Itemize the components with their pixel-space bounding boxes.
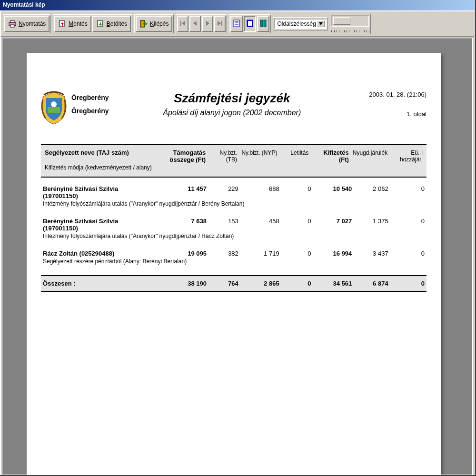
svg-marker-10 bbox=[182, 21, 185, 26]
svg-rect-14 bbox=[221, 21, 222, 26]
row-subline: Intézmény folyószámlájára utalás ("Arany… bbox=[41, 233, 426, 242]
title-block: Számfejtési jegyzék Ápolási díj alanyi j… bbox=[109, 91, 355, 117]
slider-thumb[interactable] bbox=[333, 17, 350, 25]
row-tb: 153 bbox=[208, 217, 240, 226]
col-letiltas: Letiltás bbox=[279, 149, 311, 157]
view-single-icon bbox=[233, 20, 240, 29]
load-button[interactable]: Betöltés bbox=[92, 16, 131, 32]
svg-rect-9 bbox=[180, 21, 181, 26]
totals-kif: 34 561 bbox=[313, 279, 354, 288]
table-header: Segélyezett neve (TAJ szám) Támogatás ös… bbox=[41, 144, 426, 178]
row-let: 0 bbox=[281, 217, 313, 226]
report-page-number: 1. oldal bbox=[355, 110, 426, 118]
view-single-button[interactable] bbox=[230, 16, 243, 32]
svg-rect-24 bbox=[48, 107, 60, 113]
row-eu: 0 bbox=[390, 184, 426, 193]
row-tam: 7 638 bbox=[154, 217, 208, 226]
view-pagewidth-icon bbox=[247, 20, 253, 29]
row-name: Berényiné Szilvási Szilvia (197001150) bbox=[41, 217, 154, 233]
col-tamogatas: Támogatás összege (Ft) bbox=[154, 148, 208, 164]
last-page-button[interactable] bbox=[214, 16, 226, 32]
crest-icon bbox=[41, 91, 67, 125]
save-label: Mentés bbox=[69, 20, 87, 27]
print-label: Nyomtatás bbox=[19, 20, 46, 27]
last-page-icon bbox=[217, 20, 223, 28]
svg-point-25 bbox=[51, 101, 57, 107]
dropdown-icon bbox=[317, 20, 325, 27]
col-nyj: Nyugd.járulék bbox=[351, 149, 389, 157]
row-nyp: 688 bbox=[240, 184, 281, 193]
report-subtitle: Ápolási díj alanyi jogon (2002 december) bbox=[109, 109, 355, 117]
totals-nyp: 2 865 bbox=[240, 279, 281, 288]
zoom-slider[interactable] bbox=[331, 15, 369, 27]
print-button[interactable]: Nyomtatás bbox=[4, 16, 50, 32]
col-name-sub: Kifizetés módja (kedvezményezett / alany… bbox=[43, 164, 425, 174]
prev-page-button[interactable] bbox=[189, 16, 201, 32]
load-label: Betöltés bbox=[107, 20, 127, 27]
first-page-icon bbox=[180, 20, 186, 28]
view-multi-button[interactable] bbox=[257, 16, 269, 32]
meta-block: 2003. 01. 28. (21:06) 1. oldal bbox=[355, 91, 426, 130]
svg-rect-1 bbox=[10, 20, 14, 22]
view-pagewidth-button[interactable] bbox=[244, 16, 256, 32]
row-tb: 382 bbox=[208, 249, 240, 258]
window-frame: Nyomtatás Mentés Betöltés bbox=[0, 10, 475, 476]
row-tb: 229 bbox=[208, 184, 240, 193]
row-subline: Intézmény folyószámlájára utalás ("Arany… bbox=[41, 200, 426, 210]
toolbar: Nyomtatás Mentés Betöltés bbox=[1, 11, 474, 37]
next-page-icon bbox=[205, 20, 210, 28]
row-tam: 11 457 bbox=[154, 184, 208, 193]
table-row: Rácz Zoltán (025290488)19 0953821 719016… bbox=[41, 249, 426, 268]
next-page-button[interactable] bbox=[202, 16, 213, 32]
totals-let: 0 bbox=[281, 279, 313, 288]
slider-ticks bbox=[331, 30, 369, 33]
col-name: Segélyezett neve (TAJ szám) bbox=[43, 148, 154, 157]
totals-label: Összesen : bbox=[41, 279, 154, 288]
row-let: 0 bbox=[281, 249, 313, 258]
col-eu: Eü.-i hozzájár. bbox=[389, 149, 425, 164]
table-row: Berényiné Szilvási Szilvia (197001150)11… bbox=[41, 184, 426, 210]
row-subline: Segélyezett részére pénztárból (Alany: B… bbox=[41, 258, 426, 268]
svg-rect-21 bbox=[260, 20, 263, 27]
preview-area: Öregberény Öregberény Számfejtési jegyzé… bbox=[2, 38, 473, 476]
svg-rect-15 bbox=[234, 20, 239, 27]
row-nyj: 1 375 bbox=[354, 217, 390, 226]
row-kif: 7 027 bbox=[313, 217, 354, 226]
col-tb: Ny.bzt. (TB) bbox=[208, 149, 239, 164]
report-title: Számfejtési jegyzék bbox=[109, 91, 355, 106]
view-multi-icon bbox=[260, 20, 267, 29]
row-name: Berényiné Szilvási Szilvia (197001150) bbox=[41, 184, 154, 200]
row-nyp: 1 719 bbox=[240, 249, 281, 258]
table-row: Berényiné Szilvási Szilvia (197001150)7 … bbox=[41, 217, 426, 242]
svg-rect-2 bbox=[10, 25, 14, 27]
svg-marker-23 bbox=[319, 22, 323, 25]
report-table: Segélyezett neve (TAJ szám) Támogatás ös… bbox=[41, 144, 426, 292]
row-nyj: 2 062 bbox=[354, 184, 390, 193]
totals-nyj: 6 874 bbox=[354, 279, 390, 288]
report-page: Öregberény Öregberény Számfejtési jegyzé… bbox=[27, 53, 441, 476]
row-eu: 0 bbox=[390, 249, 426, 258]
row-nyj: 3 437 bbox=[354, 249, 390, 258]
svg-marker-13 bbox=[218, 21, 221, 26]
window-title: Nyomtatási kép bbox=[0, 0, 475, 10]
org-line-1: Öregberény bbox=[71, 91, 109, 104]
svg-rect-22 bbox=[264, 20, 266, 27]
row-eu: 0 bbox=[390, 217, 426, 226]
org-line-2: Öregberény bbox=[71, 104, 109, 118]
save-button[interactable]: Mentés bbox=[54, 16, 91, 32]
prev-page-icon bbox=[192, 20, 198, 28]
exit-icon bbox=[139, 20, 148, 28]
save-icon bbox=[58, 20, 67, 28]
zoom-select[interactable]: Oldalszélesség bbox=[274, 19, 327, 29]
totals-row: Összesen : 38 190 764 2 865 0 34 561 6 8… bbox=[41, 275, 426, 292]
first-page-button[interactable] bbox=[177, 16, 188, 32]
row-tam: 19 095 bbox=[154, 249, 208, 258]
exit-label: Kilépés bbox=[150, 20, 169, 27]
zoom-value: Oldalszélesség bbox=[277, 20, 316, 27]
report-datetime: 2003. 01. 28. (21:06) bbox=[355, 91, 426, 98]
svg-marker-12 bbox=[206, 21, 209, 26]
svg-marker-11 bbox=[193, 21, 197, 26]
row-name: Rácz Zoltán (025290488) bbox=[41, 249, 154, 258]
report-header: Öregberény Öregberény Számfejtési jegyzé… bbox=[41, 91, 426, 130]
exit-button[interactable]: Kilépés bbox=[136, 16, 172, 32]
